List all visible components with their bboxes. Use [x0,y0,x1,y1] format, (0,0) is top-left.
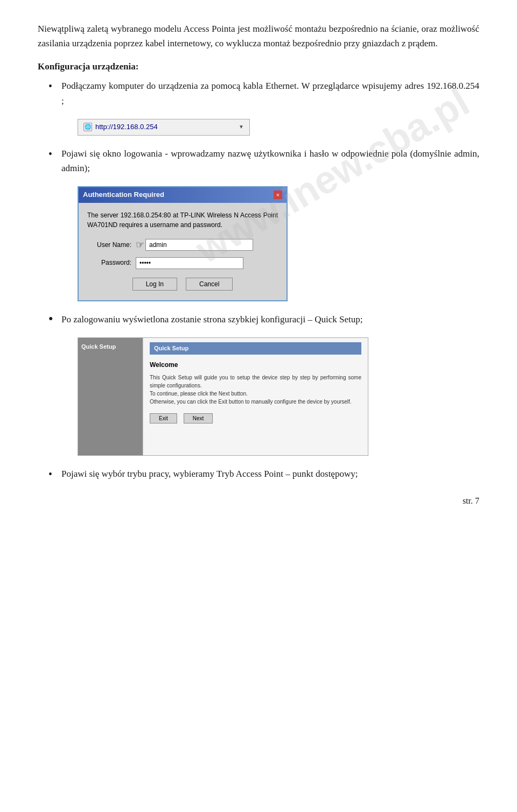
auth-title-bar: Authentication Required × [79,187,287,203]
bullet-list-main: Podłączamy komputer do urządzenia za pom… [38,79,479,301]
qs-description: This Quick Setup will guide you to setup… [150,373,361,406]
auth-dialog: Authentication Required × The server 192… [78,186,288,301]
list-item-2-text: Pojawi się okno logowania - wprowadzamy … [61,149,479,173]
dropdown-arrow-icon: ▼ [239,123,244,131]
page-icon: 🌐 [83,123,92,131]
section-heading: Konfiguracja urządzenia: [38,61,479,72]
username-row: User Name: ☞ [87,237,278,253]
auth-close-button[interactable]: × [274,190,282,199]
password-row: Password: [87,257,278,269]
password-label: Password: [87,258,136,268]
qs-buttons: Exit Next [150,413,361,423]
qs-welcome-heading: Welcome [150,360,361,370]
username-input[interactable] [145,239,253,251]
page-number: str. 7 [463,496,479,506]
list-item-3-text: Po zalogowaniu wyświetlona zostanie stro… [61,314,362,324]
auth-fields: User Name: ☞ Password: [87,237,278,269]
auth-buttons: Log In Cancel [87,278,278,293]
list-item-2: Pojawi się okno logowania - wprowadzamy … [48,146,479,301]
list-item-1: Podłączamy komputer do urządzenia za pom… [48,79,479,140]
bullet-list-filled: Po zalogowaniu wyświetlona zostanie stro… [38,312,479,456]
qs-exit-button[interactable]: Exit [150,413,177,423]
username-label: User Name: [87,240,136,250]
login-button[interactable]: Log In [132,278,177,291]
qs-main-title-bar: Quick Setup [150,342,361,355]
cursor-icon: ☞ [136,237,144,253]
list-item-1-text: Podłączamy komputer do urządzenia za pom… [61,81,479,105]
page-container: www.inew.cba.pl Niewątpliwą zaletą wybra… [0,0,517,522]
list-item-3: Po zalogowaniu wyświetlona zostanie stro… [48,312,479,456]
auth-dialog-title: Authentication Required [83,189,164,201]
cancel-button[interactable]: Cancel [186,278,233,291]
bullet-list-4: Pojawi się wybór trybu pracy, wybieramy … [38,467,479,481]
auth-body: The server 192.168.0.254:80 at TP-LINK W… [79,203,287,300]
url-text: http://192.168.0.254 [95,122,158,133]
url-bar: 🌐 http://192.168.0.254 ▼ [78,119,250,136]
paragraph-1: Niewątpliwą zaletą wybranego modelu Acce… [38,22,479,51]
qs-sidebar: Quick Setup [78,338,143,455]
auth-message: The server 192.168.0.254:80 at TP-LINK W… [87,210,278,230]
qs-next-button[interactable]: Next [184,413,213,423]
qs-sidebar-title: Quick Setup [81,342,139,352]
qs-main: Quick Setup Welcome This Quick Setup wil… [143,338,368,455]
list-item-4-text: Pojawi się wybór trybu pracy, wybieramy … [61,469,358,479]
list-item-4: Pojawi się wybór trybu pracy, wybieramy … [48,467,479,481]
quick-setup-screenshot: Quick Setup Quick Setup Welcome This Qui… [78,337,368,456]
password-input[interactable] [136,257,243,269]
